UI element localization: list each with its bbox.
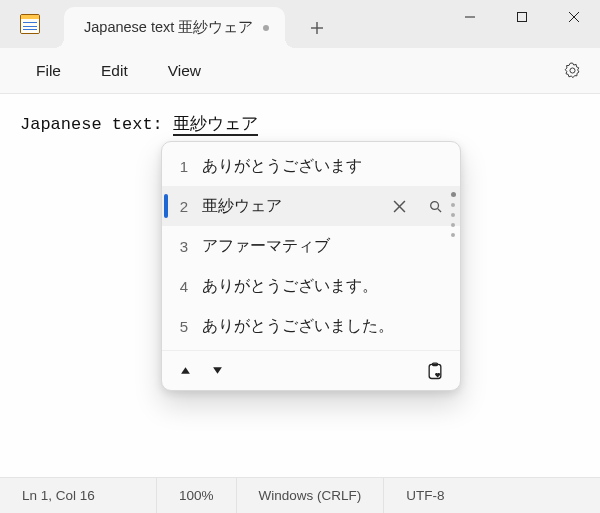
candidate-text: 亜紗ウェア [202,196,374,217]
status-zoom[interactable]: 100% [156,478,236,513]
plus-icon [310,21,324,35]
candidate-search-button[interactable] [424,195,446,217]
svg-line-10 [437,208,440,211]
ime-candidate-window: 1 ありがとうございます 2 亜紗ウェア 3 アファーマティブ 4 ありがとうご… [161,141,461,391]
candidate-number: 3 [176,238,188,255]
candidate-text: ありがとうございました。 [202,316,446,337]
ime-composing-text: 亜紗ウェア [173,115,258,136]
menu-view[interactable]: View [150,58,219,84]
tab-strip: Japanese text 亜紗ウェア [64,0,444,48]
ime-candidate[interactable]: 5 ありがとうございました。 [162,306,460,346]
gear-icon [563,61,582,80]
new-tab-button[interactable] [297,7,337,48]
status-encoding[interactable]: UTF-8 [383,478,466,513]
ime-next-page-button[interactable] [206,360,228,382]
menu-file[interactable]: File [18,58,79,84]
line-prefix: Japanese text: [20,115,173,134]
candidate-text: ありがとうございます [202,156,446,177]
ime-candidate[interactable]: 3 アファーマティブ [162,226,460,266]
svg-rect-3 [518,13,527,22]
candidate-number: 2 [176,198,188,215]
candidate-number: 5 [176,318,188,335]
window-controls [444,0,600,48]
editor-line: Japanese text: 亜紗ウェア [20,115,258,136]
document-tab[interactable]: Japanese text 亜紗ウェア [64,7,285,48]
candidate-list: 1 ありがとうございます 2 亜紗ウェア 3 アファーマティブ 4 ありがとうご… [162,142,460,350]
status-line-ending[interactable]: Windows (CRLF) [236,478,384,513]
minimize-button[interactable] [444,0,496,34]
text-editor[interactable]: Japanese text: 亜紗ウェア 1 ありがとうございます 2 亜紗ウェ… [0,94,600,477]
triangle-down-icon [212,365,223,376]
ime-candidate[interactable]: 2 亜紗ウェア [162,186,460,226]
close-icon [393,200,406,213]
settings-button[interactable] [554,53,590,89]
close-button[interactable] [548,0,600,34]
candidate-scrollbar[interactable] [451,192,456,237]
maximize-button[interactable] [496,0,548,34]
modified-indicator-icon [263,25,269,31]
svg-rect-11 [429,364,441,378]
menu-bar: File Edit View [0,48,600,94]
ime-candidate[interactable]: 1 ありがとうございます [162,146,460,186]
triangle-up-icon [180,365,191,376]
ime-candidate[interactable]: 4 ありがとうございます。 [162,266,460,306]
maximize-icon [516,11,528,23]
candidate-text: ありがとうございます。 [202,276,446,297]
candidate-text: アファーマティブ [202,236,446,257]
candidate-number: 4 [176,278,188,295]
status-cursor-position[interactable]: Ln 1, Col 16 [0,478,156,513]
svg-point-9 [430,201,438,209]
minimize-icon [464,11,476,23]
candidate-remove-button[interactable] [388,195,410,217]
candidate-number: 1 [176,158,188,175]
ime-clipboard-button[interactable] [422,358,448,384]
title-bar: Japanese text 亜紗ウェア [0,0,600,48]
clipboard-heart-icon [425,361,445,381]
ime-prev-page-button[interactable] [174,360,196,382]
search-icon [429,200,442,213]
ime-footer [162,350,460,390]
status-bar: Ln 1, Col 16 100% Windows (CRLF) UTF-8 [0,477,600,513]
svg-point-6 [569,68,574,73]
tab-title: Japanese text 亜紗ウェア [84,18,253,37]
close-icon [568,11,580,23]
menu-edit[interactable]: Edit [83,58,146,84]
notepad-app-icon [20,14,40,34]
